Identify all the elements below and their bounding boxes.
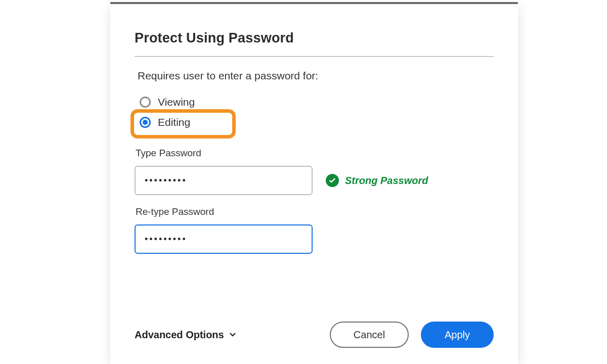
dialog-title: Protect Using Password xyxy=(135,30,494,46)
cancel-button[interactable]: Cancel xyxy=(330,322,409,348)
requires-label: Requires user to enter a password for: xyxy=(138,70,494,82)
radio-viewing[interactable]: Viewing xyxy=(140,94,494,110)
password-strength-indicator: Strong Password xyxy=(326,174,428,187)
radio-icon xyxy=(140,97,151,108)
apply-button[interactable]: Apply xyxy=(421,322,494,348)
check-circle-icon xyxy=(326,174,339,187)
protection-mode-radios: Viewing Editing xyxy=(140,94,494,130)
type-password-input[interactable] xyxy=(135,166,313,195)
advanced-options-label: Advanced Options xyxy=(135,329,224,341)
chevron-down-icon xyxy=(228,330,237,339)
password-strength-text: Strong Password xyxy=(345,175,428,187)
tutorial-highlight-box xyxy=(131,109,236,139)
retype-password-label: Re-type Password xyxy=(136,206,494,217)
divider xyxy=(135,56,494,57)
type-password-label: Type Password xyxy=(136,148,494,159)
retype-password-input[interactable] xyxy=(135,224,313,254)
advanced-options-toggle[interactable]: Advanced Options xyxy=(135,329,237,341)
radio-label-viewing: Viewing xyxy=(158,96,195,108)
protect-password-dialog: Protect Using Password Requires user to … xyxy=(110,4,518,364)
